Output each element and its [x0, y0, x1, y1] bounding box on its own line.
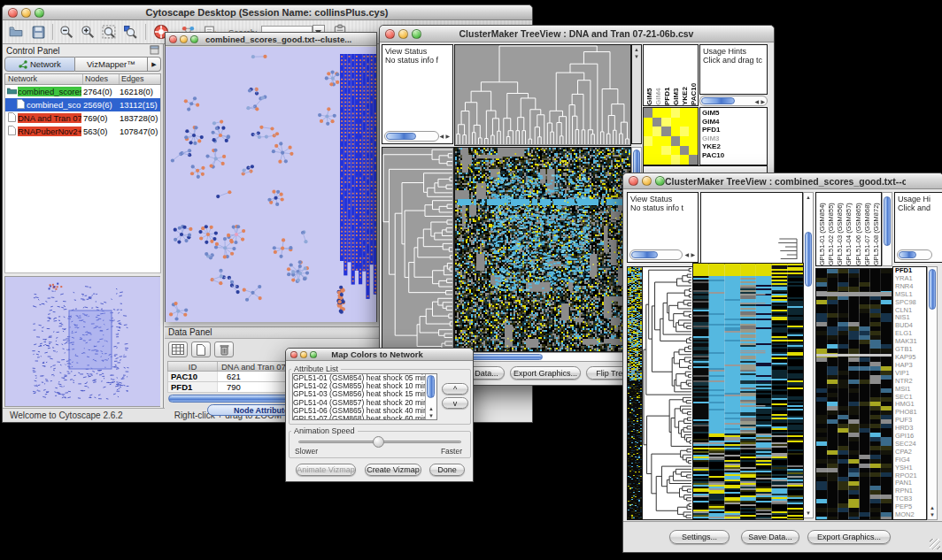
scroll-up-icon[interactable]: ▲: [930, 505, 935, 510]
network-canvas[interactable]: [166, 47, 376, 322]
usage-hints-hscrollbar[interactable]: [897, 249, 932, 260]
scroll-up-icon[interactable]: ▲: [429, 406, 434, 411]
tv1-heatmap[interactable]: [454, 147, 631, 352]
zoom-selected-icon[interactable]: [123, 25, 138, 40]
tab-vizmapper[interactable]: VizMapper™: [75, 57, 148, 72]
tv2-labels-vscrollbar[interactable]: [882, 192, 892, 266]
save-icon[interactable]: [31, 25, 46, 40]
network-row-combined-scores[interactable]: combined_scores 2764(0) 16218(0): [5, 85, 160, 98]
zoom-button[interactable]: [655, 176, 665, 186]
delete-attribute-trash-icon[interactable]: [214, 341, 234, 357]
scroll-right-icon[interactable]: ▶: [691, 252, 695, 257]
column-label: GPL51-04 (GSM857): [845, 193, 853, 265]
tv2-save-data-button[interactable]: Save Data...: [741, 530, 799, 544]
scroll-down-icon[interactable]: ▼: [806, 510, 811, 516]
minimize-button[interactable]: [21, 8, 31, 18]
minimize-button[interactable]: [180, 35, 188, 43]
scroll-right-icon[interactable]: ▶: [445, 134, 450, 139]
zoom-fit-icon[interactable]: [102, 25, 117, 40]
treeview2-titlebar[interactable]: ClusterMaker TreeView : combined_scores_…: [623, 173, 942, 189]
tv2-gene-list[interactable]: PFD1YRA1RNR4MSL1SPC98CLN1NIS1BUD4ELG1MAK…: [892, 266, 927, 520]
row-label: GIM4: [702, 118, 767, 127]
zoom-button[interactable]: [190, 35, 198, 43]
zoom-button[interactable]: [412, 29, 421, 39]
minimize-button[interactable]: [300, 351, 307, 358]
tv1-row-labels[interactable]: GIM5GIM4PFD1GIM3YKE2PAC10: [699, 107, 768, 165]
network-row-rnapuber[interactable]: RNAPuberNov2+ 563(0) 107847(0): [5, 125, 160, 138]
tv2-genes-vscrollbar[interactable]: ▲ ▼: [927, 266, 938, 520]
network-view-titlebar[interactable]: combined_scores_good.txt--cluste...: [166, 33, 376, 46]
tv1-dendro-scroll[interactable]: ▲ ▼: [631, 44, 642, 144]
window-controls[interactable]: [166, 35, 198, 43]
tv2-row-dendrogram[interactable]: [642, 266, 693, 520]
tv2-column-dendrogram[interactable]: [700, 192, 803, 265]
window-resize-grip[interactable]: [930, 539, 940, 549]
scroll-left-icon[interactable]: ◀: [754, 99, 759, 104]
network-overview-panel[interactable]: [4, 276, 160, 407]
network-overview-canvas[interactable]: [5, 277, 160, 406]
view-status-text: No status info t: [628, 203, 698, 212]
attribute-list-vscrollbar[interactable]: ▲ ▼: [425, 374, 436, 419]
tv2-zoom-heatmap[interactable]: [815, 268, 892, 520]
scroll-left-icon[interactable]: ◀: [684, 252, 689, 257]
scroll-down-icon[interactable]: ▼: [429, 413, 434, 418]
move-down-button[interactable]: v: [442, 397, 468, 409]
tv2-export-graphics-button[interactable]: Export Graphics...: [807, 530, 891, 544]
view-status-hscrollbar[interactable]: [384, 131, 439, 142]
tv2-column-labels[interactable]: GPL51-01 (GSM854)GPL51-02 (GSM855)GPL51-…: [815, 192, 882, 266]
scroll-up-icon[interactable]: ▲: [806, 195, 811, 200]
close-button[interactable]: [629, 176, 638, 186]
scroll-left-icon[interactable]: ◀: [439, 134, 444, 139]
zoom-button[interactable]: [310, 351, 317, 358]
minimize-button[interactable]: [642, 176, 652, 186]
tv2-heatmap[interactable]: [692, 263, 804, 520]
tv2-global-overview-strip[interactable]: [627, 266, 643, 520]
zoom-button[interactable]: [35, 8, 44, 18]
tv1-export-graphics-button[interactable]: Export Graphics...: [510, 366, 581, 380]
speed-slider-thumb[interactable]: [373, 436, 384, 448]
tab-overflow-button[interactable]: ▶: [148, 57, 161, 72]
attribute-table-icon[interactable]: [168, 341, 188, 357]
attribute-list[interactable]: GPL51-01 (GSM854) heat shock 05 minGPL51…: [292, 373, 437, 420]
zoom-out-icon[interactable]: [59, 25, 74, 40]
create-vizmap-button[interactable]: Create Vizmap: [365, 464, 421, 476]
move-up-button[interactable]: ^: [442, 383, 468, 395]
column-label: GPL51-01 (GSM854): [818, 193, 827, 265]
network-row-combined-sco-selected[interactable]: combined_sco 2569(6) 13112(15): [5, 98, 160, 111]
treeview1-titlebar[interactable]: ClusterMaker TreeView : DNA and Tran 07-…: [380, 26, 774, 42]
tv1-hscrollbar[interactable]: [454, 352, 629, 362]
main-titlebar[interactable]: Cytoscape Desktop (Session Name: collins…: [3, 5, 532, 20]
matrix-cell: [671, 118, 680, 127]
window-controls[interactable]: [286, 351, 317, 358]
tv1-column-labels[interactable]: GIM5GIM4PFD1GIM3YKE2PAC10: [643, 44, 699, 106]
close-button[interactable]: [8, 8, 18, 18]
close-button[interactable]: [169, 35, 177, 43]
tv1-row-dendrogram[interactable]: [382, 147, 454, 352]
open-file-icon[interactable]: [9, 25, 24, 40]
zoom-in-icon[interactable]: [81, 25, 96, 40]
tv1-column-dendrogram[interactable]: [454, 44, 631, 146]
scroll-down-icon[interactable]: ▼: [634, 54, 639, 59]
close-button[interactable]: [385, 29, 395, 39]
scroll-right-icon[interactable]: ▶: [761, 99, 765, 104]
new-attribute-icon[interactable]: [191, 341, 211, 357]
window-controls[interactable]: [380, 29, 421, 39]
window-controls[interactable]: [3, 8, 44, 18]
tv1-hints-hscrollbar[interactable]: ◀ ▶: [699, 96, 768, 106]
tab-network[interactable]: Network: [4, 57, 75, 72]
network-table-header[interactable]: Network Nodes Edges: [4, 73, 161, 85]
tv2-settings-button[interactable]: Settings...: [669, 530, 730, 544]
attribute-item[interactable]: GPL51-07 (GSM868) heat shock 60 min: [293, 415, 436, 420]
network-row-dna-tran[interactable]: DNA and Tran 07 769(0) 183728(0): [5, 111, 160, 125]
view-status-hscrollbar[interactable]: [629, 249, 683, 260]
tv1-similarity-matrix[interactable]: [643, 107, 699, 165]
animate-vizmap-button[interactable]: Animate Vizmap: [296, 464, 356, 476]
window-controls[interactable]: [623, 176, 665, 186]
done-button[interactable]: Done: [429, 464, 465, 476]
scroll-up-icon[interactable]: ▲: [634, 47, 639, 52]
tv2-vscrollbar[interactable]: ▲ ▼: [803, 192, 814, 518]
minimize-button[interactable]: [398, 29, 408, 39]
scroll-down-icon[interactable]: ▼: [930, 512, 935, 518]
dialog-titlebar[interactable]: Map Colors to Network: [286, 349, 473, 361]
close-button[interactable]: [290, 351, 297, 358]
